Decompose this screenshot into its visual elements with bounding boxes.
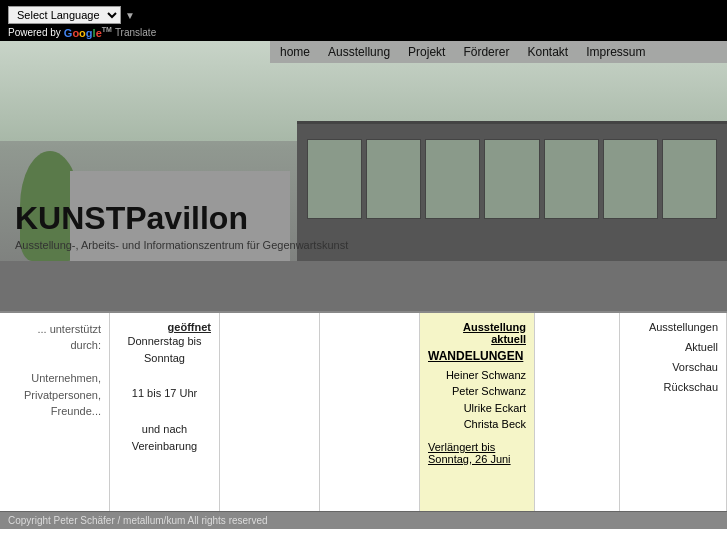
nav-foerderer[interactable]: Förderer [463, 45, 509, 59]
main-nav: home Ausstellung Projekt Förderer Kontak… [270, 41, 727, 63]
window-pane [484, 139, 539, 219]
powered-by-text: Powered by [8, 27, 61, 38]
hero-title-block: KUNSTPavillon Ausstellung-, Arbeits- und… [15, 200, 348, 251]
supporter-text: ... unterstützt durch: Unternehmen, Priv… [8, 321, 101, 420]
building-main [297, 121, 727, 261]
footer: Copyright Peter Schäfer / metallum/kum A… [0, 511, 727, 529]
translate-text: Translate [115, 27, 156, 38]
opening-hours-text: Donnerstag bis Sonntag 11 bis 17 Uhr und… [118, 333, 211, 456]
nav-home[interactable]: home [280, 45, 310, 59]
extended-info: Verlängert bis Sonntag, 26 Juni [428, 441, 526, 465]
window-pane [662, 139, 717, 219]
empty-column-3 [220, 313, 320, 511]
nav-kontakt[interactable]: Kontakt [527, 45, 568, 59]
show-title[interactable]: WANDELUNGEN [428, 349, 526, 363]
ground [0, 261, 727, 311]
window-pane [366, 139, 421, 219]
language-select[interactable]: Select Language [8, 6, 121, 24]
google-logo: GoogleTM [64, 26, 112, 39]
translate-bar: Select Language ▼ Powered by GoogleTM Tr… [0, 0, 727, 41]
link-ausstellungen[interactable]: Ausstellungen [628, 321, 718, 333]
hero-section: home Ausstellung Projekt Förderer Kontak… [0, 41, 727, 311]
ausstellung-title: Ausstellung aktuell [428, 321, 526, 345]
exhibition-current-column: Ausstellung aktuell WANDELUNGEN Heiner S… [420, 313, 535, 511]
artists-list: Heiner Schwanz Peter Schwanz Ulrike Ecka… [428, 367, 526, 433]
sidebar-links-column: Ausstellungen Aktuell Vorschau Rückschau [620, 313, 727, 511]
supporter-column: ... unterstützt durch: Unternehmen, Priv… [0, 313, 110, 511]
nav-impressum[interactable]: Impressum [586, 45, 645, 59]
nav-projekt[interactable]: Projekt [408, 45, 445, 59]
extended-text: Verlängert bis Sonntag, 26 Juni [428, 441, 511, 465]
footer-text: Copyright Peter Schäfer / metallum/kum A… [8, 515, 268, 526]
window-pane [425, 139, 480, 219]
opening-hours-column: geöffnet Donnerstag bis Sonntag 11 bis 1… [110, 313, 220, 511]
powered-by: Powered by GoogleTM Translate [8, 26, 719, 39]
main-content: ... unterstützt durch: Unternehmen, Priv… [0, 311, 727, 511]
site-title: KUNSTPavillon [15, 200, 348, 237]
building-windows [307, 139, 717, 219]
hero-background [0, 41, 727, 311]
open-label: geöffnet [118, 321, 211, 333]
window-pane [603, 139, 658, 219]
link-vorschau[interactable]: Vorschau [628, 361, 718, 373]
nav-ausstellung[interactable]: Ausstellung [328, 45, 390, 59]
site-subtitle: Ausstellung-, Arbeits- und Informationsz… [15, 239, 348, 251]
window-pane [544, 139, 599, 219]
link-aktuell[interactable]: Aktuell [628, 341, 718, 353]
link-rueckschau[interactable]: Rückschau [628, 381, 718, 393]
empty-column-6 [535, 313, 620, 511]
empty-column-4 [320, 313, 420, 511]
